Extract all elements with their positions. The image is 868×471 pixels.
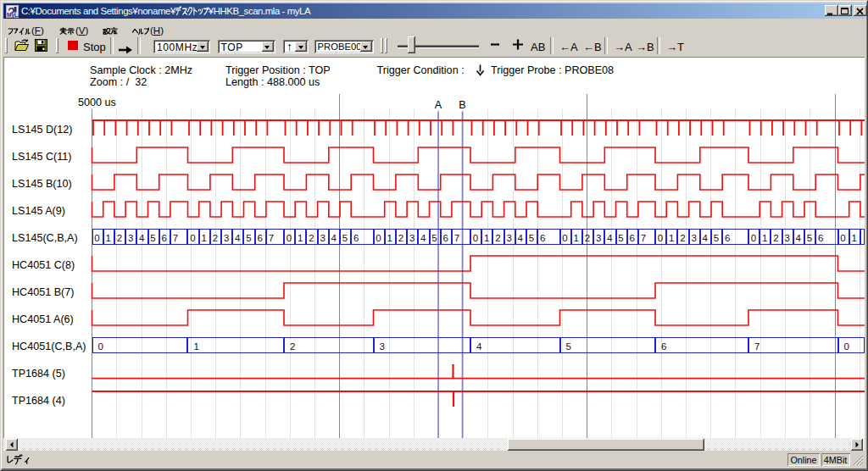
svg-text:7: 7	[754, 341, 760, 352]
svg-text:MyLA: MyLA	[7, 11, 19, 18]
svg-text:B: B	[459, 99, 465, 111]
svg-text:5: 5	[618, 233, 623, 243]
svg-text:4: 4	[139, 233, 145, 243]
svg-text:HC4051 A(6): HC4051 A(6)	[12, 313, 74, 325]
svg-text:1: 1	[387, 233, 392, 243]
svg-text:5: 5	[807, 233, 812, 243]
svg-text:3: 3	[128, 233, 133, 243]
svg-text:6: 6	[661, 341, 666, 352]
svg-text:TP1684 (4): TP1684 (4)	[12, 395, 65, 407]
svg-text:HC4051(C,B,A): HC4051(C,B,A)	[12, 341, 86, 352]
svg-text:7: 7	[269, 233, 274, 243]
svg-text:0: 0	[751, 233, 756, 243]
svg-text:1: 1	[669, 233, 674, 243]
svg-text:LS145(C,B,A): LS145(C,B,A)	[12, 232, 78, 244]
svg-text:HC4051 C(8): HC4051 C(8)	[12, 259, 75, 271]
svg-text:0: 0	[98, 341, 103, 352]
svg-text:4: 4	[331, 233, 337, 243]
svg-text:4: 4	[703, 233, 709, 243]
svg-text:3: 3	[224, 233, 229, 243]
svg-text:2: 2	[680, 233, 685, 243]
svg-text:3: 3	[691, 233, 696, 243]
svg-text:5: 5	[246, 233, 251, 243]
svg-text:Zoom : / 32: Zoom : / 32	[90, 76, 147, 88]
svg-text:6: 6	[353, 233, 359, 243]
svg-text:5000 us: 5000 us	[78, 97, 116, 108]
svg-text:3: 3	[506, 233, 511, 243]
svg-text:7: 7	[454, 233, 459, 243]
svg-text:5: 5	[566, 341, 571, 352]
svg-text:6: 6	[443, 233, 448, 243]
svg-text:5: 5	[342, 233, 348, 243]
svg-text:3: 3	[784, 233, 789, 243]
svg-text:1: 1	[762, 233, 767, 243]
svg-text:Trigger Probe : PROBE08: Trigger Probe : PROBE08	[491, 64, 614, 76]
svg-text:4: 4	[420, 233, 426, 243]
svg-text:LS145 D(12): LS145 D(12)	[12, 124, 72, 136]
svg-text:TP1684 (5): TP1684 (5)	[12, 368, 65, 380]
svg-text:1: 1	[106, 233, 111, 243]
svg-text:2: 2	[290, 341, 295, 352]
svg-text:6: 6	[258, 233, 263, 243]
svg-text:6: 6	[162, 233, 167, 243]
svg-text:3: 3	[409, 233, 415, 243]
svg-text:6: 6	[818, 233, 823, 243]
svg-text:0: 0	[562, 233, 567, 243]
svg-text:4: 4	[607, 233, 613, 243]
svg-text:2: 2	[117, 233, 122, 243]
svg-text:7: 7	[641, 233, 646, 243]
svg-text:2: 2	[773, 233, 778, 243]
svg-text:Length : 488.000 us: Length : 488.000 us	[225, 76, 320, 88]
svg-text:6: 6	[725, 233, 730, 243]
svg-text:0: 0	[840, 233, 845, 243]
svg-text:4: 4	[518, 233, 524, 243]
svg-text:A: A	[435, 99, 442, 111]
svg-text:3: 3	[596, 233, 601, 243]
svg-text:LS145 C(11): LS145 C(11)	[12, 151, 71, 163]
svg-text:1: 1	[484, 233, 489, 243]
svg-text:0: 0	[658, 233, 663, 243]
svg-text:Sample Clock : 2MHz: Sample Clock : 2MHz	[90, 64, 192, 76]
svg-text:2: 2	[309, 233, 314, 243]
svg-text:LS145 B(10): LS145 B(10)	[12, 178, 72, 190]
svg-text:2: 2	[398, 233, 403, 243]
svg-text:LS145 A(9): LS145 A(9)	[12, 205, 65, 217]
svg-text:1: 1	[202, 233, 207, 243]
svg-text:0: 0	[473, 233, 478, 243]
svg-text:0: 0	[190, 233, 195, 243]
svg-text:6: 6	[540, 233, 545, 243]
svg-text:4: 4	[796, 233, 802, 243]
svg-text:1: 1	[194, 341, 199, 352]
svg-text:5: 5	[431, 233, 437, 243]
svg-text:7: 7	[173, 233, 178, 243]
svg-text:2: 2	[213, 233, 218, 243]
svg-text:2: 2	[585, 233, 590, 243]
svg-text:4: 4	[476, 341, 482, 352]
svg-text:0: 0	[287, 233, 292, 243]
svg-text:0: 0	[94, 233, 99, 243]
svg-text:1: 1	[298, 233, 303, 243]
svg-text:1: 1	[852, 233, 857, 243]
svg-text:1: 1	[574, 233, 579, 243]
svg-text:2: 2	[495, 233, 500, 243]
svg-text:5: 5	[150, 233, 155, 243]
svg-text:6: 6	[630, 233, 635, 243]
svg-text:0: 0	[844, 341, 849, 352]
svg-text:3: 3	[320, 233, 325, 243]
svg-text:5: 5	[529, 233, 534, 243]
svg-text:5: 5	[714, 233, 719, 243]
svg-text:3: 3	[380, 341, 385, 352]
svg-text:HC4051 B(7): HC4051 B(7)	[12, 286, 75, 298]
svg-text:0: 0	[376, 233, 381, 243]
svg-text:Trigger Condition :: Trigger Condition :	[377, 64, 465, 76]
svg-text:Trigger Position : TOP: Trigger Position : TOP	[225, 64, 331, 76]
svg-text:4: 4	[235, 233, 241, 243]
